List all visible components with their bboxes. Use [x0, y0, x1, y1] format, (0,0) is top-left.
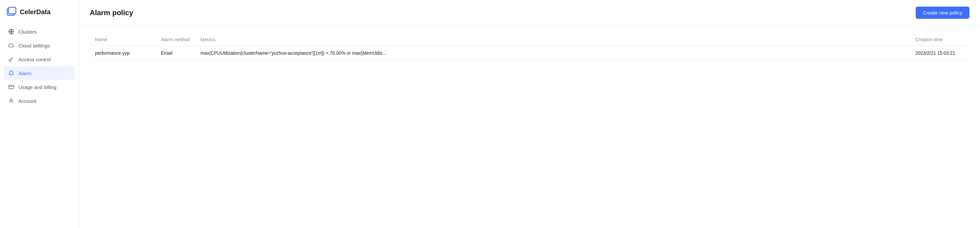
cell-alarm-method: Email — [156, 46, 195, 61]
sidebar-item-alarm[interactable]: Alarm — [4, 66, 75, 80]
sidebar-item-cloud-settings-label: Cloud settings — [19, 43, 50, 48]
create-new-policy-button[interactable]: Create new policy — [916, 6, 969, 19]
main-header: Alarm policy Create new policy — [79, 0, 980, 26]
clusters-icon — [8, 28, 14, 35]
table-container: Name Alarm method Metrics Creation time … — [79, 26, 980, 228]
cell-name: performance-yyp — [90, 46, 156, 61]
alarm-policy-table: Name Alarm method Metrics Creation time … — [90, 33, 969, 61]
logo-text: CelerData — [20, 8, 51, 16]
sidebar-item-usage-billing-label: Usage and billing — [19, 84, 56, 90]
table-header: Name Alarm method Metrics Creation time — [90, 33, 969, 46]
cell-creation-time: 2023/2/21 15:03:21 — [910, 46, 969, 61]
logo: CelerData — [0, 0, 79, 25]
table-row[interactable]: performance-yyp Email max(CPUUtilization… — [90, 46, 969, 61]
cloud-icon — [8, 42, 14, 49]
svg-rect-2 — [9, 7, 16, 14]
logo-icon — [6, 6, 17, 17]
sidebar-item-clusters[interactable]: Clusters — [4, 25, 75, 38]
table-body: performance-yyp Email max(CPUUtilization… — [90, 46, 969, 61]
sidebar-item-access-control-label: Access control — [19, 57, 51, 62]
alarm-icon — [8, 70, 14, 76]
sidebar-item-access-control[interactable]: Access control — [4, 53, 75, 66]
nav-items: Clusters Cloud settings Access control A… — [0, 25, 79, 108]
cell-metrics: max(CPUUtilization{clusterName='yuzhuo-a… — [195, 46, 910, 61]
column-header-metrics: Metrics — [195, 33, 910, 46]
sidebar-item-cloud-settings[interactable]: Cloud settings — [4, 39, 75, 52]
svg-rect-6 — [9, 86, 14, 89]
column-header-name: Name — [90, 33, 156, 46]
account-icon — [8, 98, 14, 104]
svg-point-8 — [10, 99, 12, 101]
sidebar-item-account-label: Account — [19, 98, 36, 104]
main-content: Alarm policy Create new policy Name Alar… — [79, 0, 980, 228]
sidebar-item-clusters-label: Clusters — [19, 29, 37, 35]
key-icon — [8, 56, 14, 63]
sidebar-item-account[interactable]: Account — [4, 94, 75, 108]
sidebar-item-alarm-label: Alarm — [19, 71, 31, 76]
sidebar-item-usage-billing[interactable]: Usage and billing — [4, 81, 75, 93]
column-header-alarm-method: Alarm method — [156, 33, 195, 46]
sidebar: CelerData Clusters Cloud settings Access… — [0, 0, 79, 228]
billing-icon — [8, 84, 14, 90]
page-title: Alarm policy — [90, 9, 133, 17]
column-header-creation-time: Creation time — [910, 33, 969, 46]
